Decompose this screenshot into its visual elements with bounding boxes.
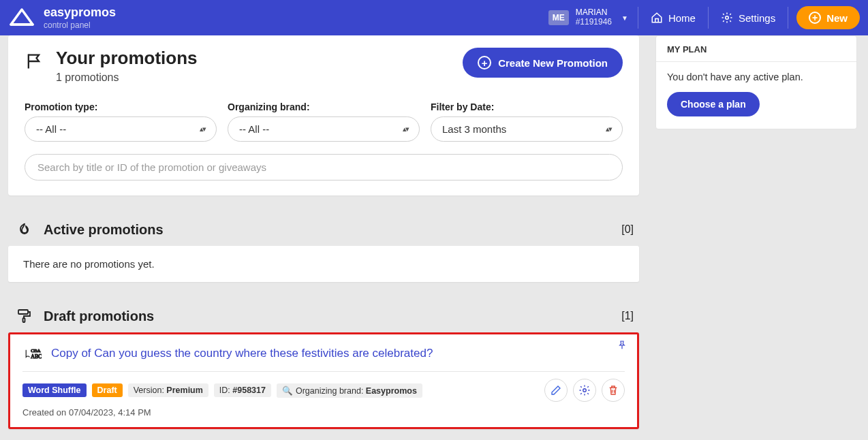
create-promotion-label: Create New Promotion: [498, 57, 608, 69]
home-icon: [651, 12, 663, 24]
divider: [22, 371, 625, 372]
user-menu[interactable]: ME MARIAN #1191946 ▼: [539, 8, 638, 27]
draft-section-count: [1]: [621, 310, 634, 322]
svg-rect-1: [18, 310, 28, 314]
new-button-label: New: [826, 12, 848, 24]
promotion-type-badge: Word Shuffle: [22, 383, 87, 397]
user-id: #1191946: [576, 18, 612, 27]
nav-home[interactable]: Home: [638, 0, 708, 35]
search-input[interactable]: [25, 154, 623, 180]
gear-icon: [721, 12, 733, 24]
logo-icon: [8, 7, 35, 29]
filter-brand-label: Organizing brand:: [228, 101, 420, 112]
svg-point-5: [583, 389, 587, 392]
settings-button[interactable]: [573, 379, 596, 402]
flame-icon: [16, 221, 33, 238]
my-plan-card: MY PLAN You don't have any active plan. …: [655, 35, 857, 129]
nav-home-label: Home: [668, 12, 696, 24]
draft-promotion-card: CBAABC Copy of Can you guess the country…: [8, 332, 639, 429]
promotion-brand-chip: 🔍Organizing brand: Easypromos: [277, 383, 422, 398]
chevron-down-icon: ▼: [621, 14, 628, 22]
filter-date-value: Last 3 months: [442, 123, 506, 135]
page-title: Your promotions: [56, 48, 198, 69]
create-promotion-button[interactable]: + Create New Promotion: [463, 48, 623, 78]
active-section-count: [0]: [621, 223, 634, 236]
user-avatar-badge: ME: [548, 10, 569, 25]
filter-date-label: Filter by Date:: [431, 101, 623, 112]
filter-type-value: -- All --: [36, 123, 66, 135]
promotion-version-chip: Version: Premium: [128, 383, 208, 397]
active-section-header: Active promotions [0]: [16, 221, 634, 238]
choose-plan-button[interactable]: Choose a plan: [667, 92, 760, 116]
edit-button[interactable]: [544, 379, 568, 402]
svg-point-0: [726, 16, 729, 20]
promotion-title-link[interactable]: Copy of Can you guess the country where …: [51, 347, 433, 360]
promotions-panel: Your promotions 1 promotions + Create Ne…: [8, 35, 639, 195]
promotion-status-badge: Draft: [92, 383, 123, 397]
word-shuffle-icon: CBAABC: [22, 344, 42, 363]
filter-brand-value: -- All --: [239, 123, 269, 135]
filter-type-label: Promotion type:: [25, 101, 217, 112]
user-name: MARIAN: [576, 8, 612, 18]
promotion-id-chip: ID: #958317: [214, 383, 271, 397]
brand-name: easypromos: [44, 5, 116, 20]
brand-subtitle: control panel: [44, 20, 116, 30]
filter-brand-select[interactable]: -- All -- ▴▾: [228, 116, 420, 142]
nav-settings[interactable]: Settings: [709, 0, 788, 35]
filter-type-select[interactable]: -- All -- ▴▾: [25, 116, 217, 142]
flag-icon: [25, 52, 44, 71]
svg-text:ABC: ABC: [31, 353, 42, 360]
plus-circle-icon: +: [478, 56, 491, 69]
my-plan-heading: MY PLAN: [656, 36, 856, 62]
top-bar: easypromos control panel ME MARIAN #1191…: [0, 0, 868, 35]
page-subtitle: 1 promotions: [56, 72, 198, 84]
draft-section-header: Draft promotions [1]: [16, 308, 634, 324]
svg-text:CBA: CBA: [31, 348, 40, 353]
plus-circle-icon: +: [809, 12, 821, 24]
select-caret-icon: ▴▾: [606, 125, 611, 133]
svg-rect-2: [23, 318, 25, 322]
promotion-created-date: Created on 07/04/2023, 4:14 PM: [22, 407, 625, 418]
active-empty-state: There are no promotions yet.: [8, 246, 639, 282]
search-icon: 🔍: [282, 386, 293, 396]
my-plan-text: You don't have any active plan.: [667, 72, 846, 82]
brand-block[interactable]: easypromos control panel: [8, 5, 116, 30]
select-caret-icon: ▴▾: [200, 125, 205, 133]
new-button[interactable]: + New: [796, 6, 860, 29]
nav-settings-label: Settings: [739, 12, 775, 24]
select-caret-icon: ▴▾: [403, 125, 408, 133]
paint-roller-icon: [16, 308, 33, 324]
draft-section-title: Draft promotions: [44, 309, 154, 324]
pin-icon[interactable]: [617, 340, 627, 351]
filter-date-select[interactable]: Last 3 months ▴▾: [431, 116, 623, 142]
active-section-title: Active promotions: [44, 222, 164, 238]
delete-button[interactable]: [602, 379, 625, 402]
divider: [788, 7, 788, 29]
